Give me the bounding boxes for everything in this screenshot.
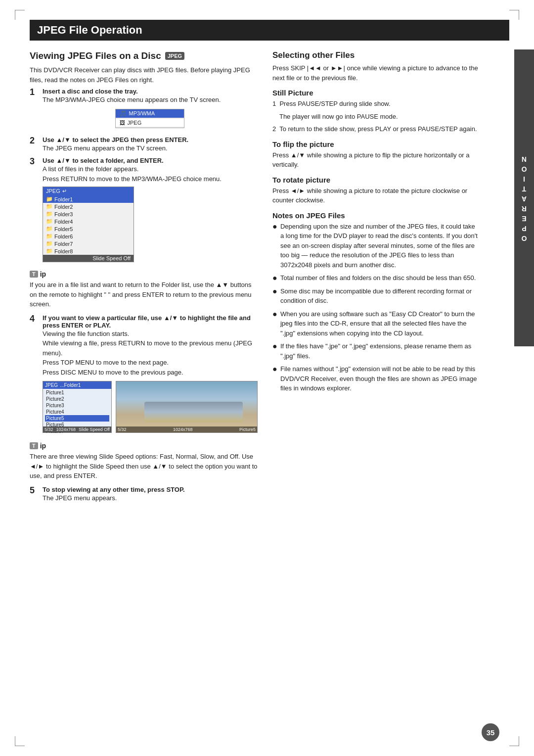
tip-2-label: ip [40, 442, 46, 450]
file-resolution: 1024x768 [56, 427, 76, 432]
step-1-title: Insert a disc and close the tray. [43, 88, 258, 95]
rotate-picture-text: Press ◄/► while showing a picture to rot… [272, 186, 480, 205]
note-item-2: ● Total number of files and folders on t… [272, 273, 480, 283]
folder-menu-footer: Slide Speed Off [43, 255, 134, 262]
folder-item-1-selected: 📁 Folder1 [43, 195, 134, 203]
page-title: JPEG File Operation [37, 24, 502, 37]
photo-res: 1024x768 [173, 427, 193, 432]
jpeg-menu-icon: 🖼 [120, 120, 125, 126]
folder-icon-7: 📁 [46, 240, 53, 247]
folder-item-6: 📁 Folder6 [43, 233, 134, 240]
viewing-heading-text: Viewing JPEG Files on a Disc [30, 50, 161, 61]
note-item-1: ● Depending upon the size and number of … [272, 222, 480, 270]
tip-2-text: There are three viewing Slide Speed opti… [30, 452, 258, 481]
operation-sidebar: OPERATION [514, 49, 534, 346]
folder-icon-4: 📁 [46, 218, 53, 225]
screenshots-row: JPEG ...Folder1 Picture1 Picture2 Pictur… [43, 381, 258, 433]
step-1-number: 1 [30, 88, 40, 97]
note-item-4: ● When you are using software such as "E… [272, 309, 480, 338]
slide-speed-footer: Slide Speed Off [79, 427, 110, 432]
step-2: 2 Use ▲/▼ to select the JPEG then press … [30, 136, 258, 153]
photo-count: 5/32 [118, 427, 127, 432]
folder-icon-2: 📁 [46, 203, 53, 210]
step-4-body4: Press DISC MENU to move to the previous … [43, 368, 258, 378]
step-4-title: If you want to view a particular file, u… [43, 314, 258, 329]
folder-name-8: Folder8 [54, 248, 73, 254]
step-3-content: Use ▲/▼ to select a folder, and ENTER. A… [43, 157, 258, 265]
still-picture-item-1: 1 Press PAUSE/STEP during slide show. [272, 99, 480, 109]
step-5-title: To stop viewing at any other time, press… [43, 486, 258, 493]
step-1-content: Insert a disc and close the tray. The MP… [43, 88, 258, 132]
folder-name-2: Folder2 [54, 204, 73, 210]
step-4-content: If you want to view a particular file, u… [43, 314, 258, 437]
rotate-picture-heading: To rotate picture [272, 176, 480, 184]
bullet-5: ● [272, 341, 277, 361]
note-text-5: If the files have ".jpe" or ".jpeg" exte… [280, 341, 480, 361]
step-2-title: Use ▲/▼ to select the JPEG then press EN… [43, 136, 258, 143]
file-list-folder-label: ...Folder1 [60, 382, 81, 388]
still-picture-item-2: 2 To return to the slide show, press PLA… [272, 124, 480, 134]
note-item-6: ● File names without ".jpg" extension wi… [272, 364, 480, 393]
left-column: Viewing JPEG Files on a Disc JPEG This D… [30, 50, 258, 507]
jpeg-badge: JPEG [165, 52, 184, 60]
folder-item-5: 📁 Folder5 [43, 225, 134, 233]
bullet-6: ● [272, 364, 277, 393]
mp3-jpeg-menu: 🎵 MP3/WMA 🖼 JPEG [115, 109, 184, 128]
folder-icon-3: 📁 [46, 211, 53, 217]
folder-icon-5: 📁 [46, 226, 53, 232]
selecting-files-heading: Selecting other Files [272, 50, 480, 60]
step-1: 1 Insert a disc and close the tray. The … [30, 88, 258, 132]
file-list-panel: JPEG ...Folder1 Picture1 Picture2 Pictur… [43, 381, 112, 433]
step-4-body2: While viewing a file, press RETURN to mo… [43, 338, 258, 358]
folder-name-5: Folder5 [54, 226, 73, 232]
bullet-2: ● [272, 273, 277, 283]
photo-panel: 5/32 1024x768 Picture5 [116, 381, 258, 433]
file-item-2: Picture2 [45, 396, 109, 402]
mp3-label: MP3/WMA [129, 110, 155, 116]
music-icon: 🎵 [120, 110, 127, 117]
flip-picture-heading: To flip the picture [272, 140, 480, 148]
tip-1-icon: T [30, 271, 38, 278]
tip-2-icon-row: T ip [30, 442, 258, 450]
viewing-section-heading: Viewing JPEG Files on a Disc JPEG [30, 50, 258, 61]
folder-icon-8: 📁 [46, 248, 53, 254]
flip-picture-text: Press ▲/▼ while showing a picture to fli… [272, 150, 480, 170]
folder-item-2: 📁 Folder2 [43, 203, 134, 210]
step-4-body1: Viewing the file function starts. [43, 329, 258, 339]
step-4-body3: Press TOP MENU to move to the next page. [43, 358, 258, 368]
file-list-footer: 5/32 1024x768 Slide Speed Off [43, 426, 111, 432]
folder-name-3: Folder3 [54, 211, 73, 217]
folder-icon-1: 📁 [46, 196, 53, 202]
still-picture-heading: Still Picture [272, 89, 480, 97]
selecting-files-text: Press SKIP |◄◄ or ►►| once while viewing… [272, 63, 480, 83]
jpeg-menu-label: JPEG [127, 120, 141, 126]
folder-name-4: Folder4 [54, 219, 73, 225]
folder-name-7: Folder7 [54, 241, 73, 247]
still-picture-item-1b: The player will now go into PAUSE mode. [272, 112, 480, 122]
viewing-intro: This DVD/VCR Receiver can play discs wit… [30, 65, 258, 85]
file-count: 5/32 [44, 427, 53, 432]
notes-list: ● Depending upon the size and number of … [272, 222, 480, 393]
note-text-1: Depending upon the size and number of th… [280, 222, 480, 270]
bullet-1: ● [272, 222, 277, 270]
slide-speed-label: Slide Speed Off [92, 255, 131, 261]
step-3-title: Use ▲/▼ to select a folder, and ENTER. [43, 157, 258, 164]
step-4-number: 4 [30, 314, 40, 324]
still-picture-text-2: To return to the slide show, press PLAY … [279, 125, 477, 133]
notes-heading: Notes on JPEG Files [272, 211, 480, 220]
tip-2: T ip There are three viewing Slide Speed… [30, 442, 258, 481]
folder-icon-6: 📁 [46, 233, 53, 239]
folder-name-6: Folder6 [54, 234, 73, 239]
step-3-body2: Press RETURN to move to the MP3/WMA-JPEG… [43, 174, 258, 184]
page-title-bar: JPEG File Operation [30, 20, 509, 41]
folder-menu-header: JPEG ↵ [43, 187, 134, 195]
step-5-body: The JPEG menu appears. [43, 493, 258, 503]
step-5-content: To stop viewing at any other time, press… [43, 486, 258, 503]
photo-slide: Picture5 [239, 427, 256, 432]
note-text-3: Some disc may be incompatible due to dif… [280, 286, 480, 306]
jpeg-folder-header: JPEG [46, 188, 60, 194]
folder-item-4: 📁 Folder4 [43, 218, 134, 225]
file-item-3: Picture3 [45, 402, 109, 409]
step-2-number: 2 [30, 136, 40, 146]
step-3: 3 Use ▲/▼ to select a folder, and ENTER.… [30, 157, 258, 265]
